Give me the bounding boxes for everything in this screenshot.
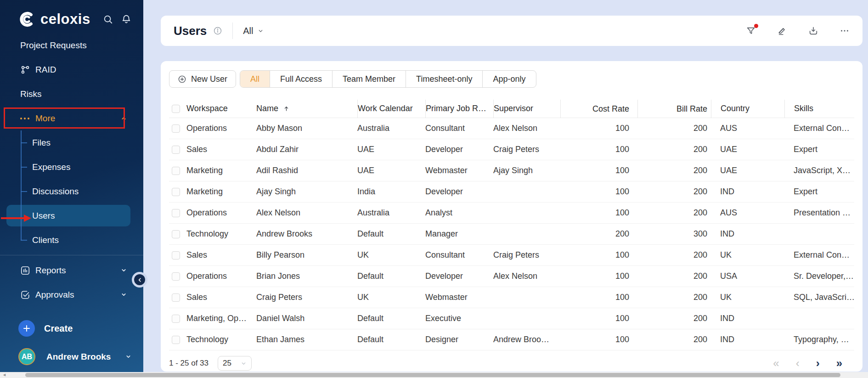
access-filter-tabs: All Full Access Team Member Timesheet-on… [240, 70, 536, 88]
cell-name: Alex Nelson [256, 208, 357, 218]
row-checkbox[interactable] [172, 251, 180, 260]
cell-cost-rate: 100 [560, 335, 637, 344]
pagination-bar: 1 - 25 of 33 25 « ‹ › » [169, 355, 854, 372]
tab-all[interactable]: All [240, 71, 270, 87]
create-button[interactable]: Create [18, 320, 73, 337]
chevron-down-icon [121, 292, 127, 298]
scroll-left-arrow-icon[interactable]: ◄ [2, 372, 6, 377]
table-row[interactable]: Sales Abdul Zahir UAE Developer Craig Pe… [169, 139, 854, 160]
tab-timesheet-only[interactable]: Timesheet-only [406, 71, 482, 87]
table-header: Workspace Name Work Calendar Primary Job… [169, 100, 854, 118]
cell-skills: Typography, … [784, 335, 854, 344]
column-header-cost-rate[interactable]: Cost Rate [560, 100, 637, 118]
sidebar-item-project-requests[interactable]: Project Requests [0, 33, 143, 57]
cell-skills: Expert [784, 187, 854, 197]
cell-workspace: Sales [186, 293, 256, 302]
table-row[interactable]: Technology Ethan James Default Designer … [169, 329, 854, 350]
filter-button[interactable] [746, 26, 756, 36]
row-checkbox[interactable] [172, 124, 180, 133]
table-row[interactable]: Marketing Adil Rashid UAE Webmaster Ajay… [169, 160, 854, 181]
subnav-tree-tick [21, 142, 27, 143]
new-user-button[interactable]: New User [169, 70, 236, 88]
tab-full-access[interactable]: Full Access [270, 71, 332, 87]
cell-name: Andrew Brooks [256, 229, 357, 239]
row-checkbox[interactable] [172, 146, 180, 154]
cell-bill-rate: 200 [637, 271, 711, 281]
sidebar-collapse-button[interactable] [132, 272, 147, 288]
table-row[interactable]: Sales Craig Peters UK Webmaster 100 200 … [169, 287, 854, 308]
row-checkbox[interactable] [172, 293, 180, 302]
table-row[interactable]: Marketing, Op… Daniel Walsh Default Exec… [169, 308, 854, 329]
row-checkbox[interactable] [172, 230, 180, 238]
edit-button[interactable] [777, 26, 787, 36]
new-user-label: New User [191, 74, 227, 84]
row-checkbox[interactable] [172, 315, 180, 323]
table-row[interactable]: Marketing Ajay Singh India Developer 100… [169, 181, 854, 203]
cell-country: UAE [711, 166, 784, 175]
info-icon[interactable] [213, 26, 222, 35]
current-user-menu[interactable]: AB Andrew Brooks [18, 348, 131, 365]
sidebar-item-approvals[interactable]: Approvals [0, 282, 143, 307]
table-row[interactable]: Operations Abby Mason Australia Consulta… [169, 118, 854, 139]
cell-country: IND [711, 335, 784, 344]
column-header-primary-job-role[interactable]: Primary Job R… [425, 100, 493, 118]
cell-workspace: Marketing [186, 166, 256, 175]
subnav-tree-tick [21, 240, 27, 241]
column-header-skills[interactable]: Skills [784, 100, 854, 118]
notifications-bell-icon[interactable] [121, 14, 131, 24]
more-dots-icon [20, 118, 30, 119]
sidebar-item-more[interactable]: More [0, 106, 143, 130]
selected-item-highlight [6, 205, 130, 226]
export-button[interactable] [808, 26, 818, 36]
cell-skills: JavaScript, X… [784, 166, 854, 175]
horizontal-scrollbar-thumb[interactable] [25, 373, 840, 377]
column-header-bill-rate[interactable]: Bill Rate [637, 100, 711, 118]
row-checkbox[interactable] [172, 336, 180, 344]
cell-primary-job-role: Developer [425, 271, 493, 281]
sidebar-item-reports[interactable]: Reports [0, 258, 143, 282]
cell-workspace: Technology [186, 335, 256, 344]
column-header-work-calendar[interactable]: Work Calendar [357, 100, 425, 118]
more-actions-button[interactable] [840, 26, 850, 36]
page-size-select[interactable]: 25 [218, 356, 252, 371]
table-row[interactable]: Sales Billy Pearson UK Consultant Craig … [169, 245, 854, 266]
next-page-button[interactable]: › [816, 358, 820, 369]
plus-icon [18, 320, 35, 337]
row-checkbox[interactable] [172, 188, 180, 196]
search-icon[interactable] [103, 14, 113, 24]
view-dropdown[interactable]: All [243, 26, 263, 36]
column-header-supervisor[interactable]: Supervisor [493, 100, 560, 118]
cell-cost-rate: 200 [560, 229, 637, 239]
cell-name: Abdul Zahir [256, 145, 357, 154]
cell-skills: External Con… [784, 124, 854, 133]
chevron-down-icon [258, 28, 264, 34]
tab-app-only[interactable]: App-only [482, 71, 535, 87]
cell-supervisor: Alex Nelson [493, 271, 560, 281]
sidebar-item-raid[interactable]: RAID [0, 57, 143, 82]
cell-work-calendar: Australia [357, 124, 425, 133]
cell-work-calendar: UK [357, 250, 425, 260]
row-checkbox[interactable] [172, 209, 180, 217]
subnav-tree-tick [21, 191, 27, 192]
row-checkbox[interactable] [172, 167, 180, 175]
column-header-name[interactable]: Name [256, 104, 357, 113]
previous-page-button[interactable]: ‹ [796, 358, 800, 369]
row-checkbox[interactable] [172, 272, 180, 281]
current-user-name: Andrew Brooks [46, 352, 111, 362]
filter-active-badge [754, 24, 758, 28]
raid-branch-icon [20, 65, 30, 75]
last-page-button[interactable]: » [836, 358, 842, 369]
column-header-country[interactable]: Country [711, 100, 784, 118]
select-all-checkbox[interactable] [172, 105, 180, 113]
tab-team-member[interactable]: Team Member [332, 71, 406, 87]
table-row[interactable]: Technology Andrew Brooks Default Manager… [169, 224, 854, 245]
table-row[interactable]: Operations Alex Nelson Australia Analyst… [169, 203, 854, 224]
chevron-down-icon [121, 267, 127, 273]
first-page-button[interactable]: « [773, 358, 779, 369]
sidebar-item-risks[interactable]: Risks [0, 82, 143, 106]
table-row[interactable]: Operations Brian Jones Default Developer… [169, 266, 854, 287]
cell-supervisor: Andrew Broo… [493, 335, 560, 344]
cell-skills: External Con… [784, 250, 854, 260]
column-header-workspace[interactable]: Workspace [186, 104, 256, 113]
cell-country: IND [711, 314, 784, 323]
